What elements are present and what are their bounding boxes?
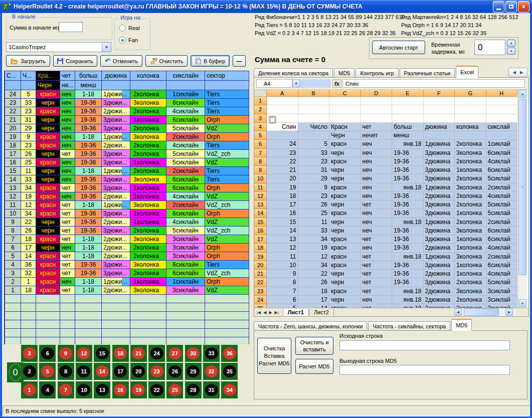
clear-and-paste-button[interactable]: Очистить и вставить [295, 337, 333, 355]
row-header-2[interactable]: 2 [254, 105, 267, 114]
sheet-cell[interactable]: 2колонка [455, 157, 486, 166]
sheet-cell[interactable]: Черн [329, 131, 361, 140]
sheet-cell[interactable]: 3сиклай [486, 287, 518, 296]
sheet-cell[interactable]: 2колонка [455, 278, 486, 287]
roulette-number[interactable]: 24 [148, 345, 165, 362]
sheet-cell[interactable]: неч [361, 149, 393, 157]
sheet-cell[interactable]: неч [361, 192, 393, 200]
sheet-cell[interactable]: 15 [267, 218, 298, 227]
sheet-cell[interactable]: красн [329, 287, 361, 296]
sheet-cell[interactable]: 5сиклай [486, 200, 518, 209]
column-header-E[interactable]: E [392, 90, 424, 97]
row-header-3[interactable]: 3 [254, 114, 267, 123]
row-header-13[interactable]: 13 [254, 200, 267, 209]
column-header-A[interactable]: A [267, 90, 298, 97]
sheet-cell[interactable] [298, 114, 330, 123]
collapse-button[interactable]: — [233, 55, 246, 67]
sheet-cell[interactable]: 3сиклай [486, 304, 518, 308]
sheet-cell[interactable]: неч [361, 174, 393, 183]
sheet-cell[interactable]: 6сиклай [486, 235, 518, 244]
sheet-cell[interactable]: черн [329, 149, 361, 157]
sheet-cell[interactable] [298, 131, 330, 140]
sheet-cell[interactable]: 5сиклай [486, 174, 518, 183]
sheet-cell[interactable]: чет [361, 278, 393, 287]
start-sum-input[interactable] [59, 22, 83, 32]
sheet-cell[interactable] [424, 97, 455, 105]
sheet-cell[interactable]: 3колонка [455, 183, 486, 192]
sheet-cell[interactable] [455, 114, 486, 123]
roulette-number[interactable]: 12 [76, 345, 92, 362]
sheet-cell[interactable]: 1дюжина [424, 218, 455, 227]
sheet-cell[interactable] [298, 97, 330, 105]
sheet-cell[interactable]: 19-36 [392, 261, 424, 270]
sheet-cell[interactable]: 19-36 [392, 235, 424, 244]
sheet-cell[interactable]: 12 [267, 244, 298, 252]
sheet-cell[interactable]: красн [329, 261, 361, 270]
column-header-G[interactable]: G [455, 90, 486, 97]
namebox-dropdown-icon[interactable]: ▼ [292, 79, 300, 88]
sheet-cell[interactable]: сикслай [486, 123, 518, 131]
roulette-number[interactable]: 35 [221, 363, 238, 380]
sheet-cell[interactable] [424, 131, 455, 140]
sheet-cell[interactable]: янв.18 [392, 304, 424, 308]
sheet-cell[interactable]: 1колонка [455, 244, 486, 252]
sheet-cell[interactable]: 19-36 [392, 244, 424, 252]
undo-button[interactable]: ↶ Отменить [100, 55, 142, 67]
roulette-number[interactable]: 19 [130, 381, 147, 398]
sheet-cell[interactable]: 4сиклай [486, 244, 518, 252]
sheet-tab-лист1[interactable]: Лист1 [283, 309, 309, 317]
sheet-cell[interactable]: 2колонка [455, 304, 486, 308]
sheet-cell[interactable]: чет [361, 200, 393, 209]
sheet-cell[interactable]: 1дюжина [424, 253, 455, 261]
delay-spin-down-button[interactable]: ▼ [507, 48, 515, 55]
sheet-cell[interactable]: 2колонка [455, 218, 486, 227]
tab-left-icon[interactable]: ◀ [513, 70, 516, 75]
sheet-cell[interactable]: красн [329, 192, 361, 200]
sheet-cell[interactable]: 6сиклай [486, 227, 518, 235]
sheet-cell[interactable]: 19-36 [392, 174, 424, 183]
sheet-cell[interactable]: 5 [267, 304, 298, 308]
horizontal-scrollbar[interactable]: ◀ ▶ [454, 308, 516, 316]
sheet-cell[interactable]: 20 [267, 174, 298, 183]
sheet-cell[interactable]: Красн [329, 123, 361, 131]
row-header-24[interactable]: 24 [254, 296, 267, 304]
row-header-21[interactable]: 21 [254, 270, 267, 278]
column-header-C[interactable]: C [329, 90, 361, 97]
sheet-cell[interactable] [486, 97, 518, 105]
roulette-number[interactable]: 30 [185, 345, 202, 362]
sheet-cell[interactable] [329, 105, 361, 114]
sheet-cell[interactable]: 5сиклай [486, 278, 518, 287]
tab-частота-сиклайны-сектора[interactable]: Частота - сиклайны, сектора [368, 321, 450, 331]
select-all-corner[interactable] [254, 90, 267, 97]
roulette-number[interactable]: 1 [21, 381, 38, 398]
sheet-cell[interactable]: неч [361, 157, 393, 166]
sheet-cell[interactable]: 19-36 [392, 166, 424, 174]
sheet-cell[interactable]: 8 [267, 278, 298, 287]
row-header-17[interactable]: 17 [254, 235, 267, 244]
sheet-cell[interactable]: 2дюжина [424, 157, 455, 166]
sheet-cell[interactable]: Спин [267, 123, 298, 131]
cell-name-box[interactable]: A4 [256, 79, 292, 88]
row-header-8[interactable]: 8 [254, 157, 267, 166]
roulette-number[interactable]: 9 [58, 345, 74, 362]
roulette-number[interactable]: 6 [39, 345, 56, 362]
sheet-cell[interactable]: 3дюжина [424, 278, 455, 287]
formula-field[interactable]: Спин [342, 79, 525, 88]
casino-select[interactable]: 1CasinoTropez ▼ [6, 42, 111, 52]
sheet-cell[interactable]: 13 [267, 235, 298, 244]
paste-options-icon[interactable] [269, 116, 277, 124]
sheet-cell[interactable] [329, 114, 361, 123]
delay-value-input[interactable]: 0 [474, 40, 505, 55]
sheet-cell[interactable]: больш [392, 123, 424, 131]
sheet-cell[interactable]: 2дюжина [424, 192, 455, 200]
sheet-cell[interactable] [392, 105, 424, 114]
sheet-cell[interactable]: красн [329, 304, 361, 308]
sheet-cell[interactable]: дюжина [424, 123, 455, 131]
sheet-cell[interactable]: 2колонка [455, 192, 486, 200]
row-header-16[interactable]: 16 [254, 227, 267, 235]
sheet-cell[interactable]: 1колонка [455, 261, 486, 270]
sheet-nav-first-icon[interactable]: |◀ [257, 310, 261, 315]
sheet-cell[interactable]: неч [361, 166, 393, 174]
tab-частота-zero-шансы-дюжины-колонки[interactable]: Частота - Zero, шансы, дюжины, колонки [254, 321, 367, 331]
sheet-cell[interactable]: 5сиклай [486, 209, 518, 218]
